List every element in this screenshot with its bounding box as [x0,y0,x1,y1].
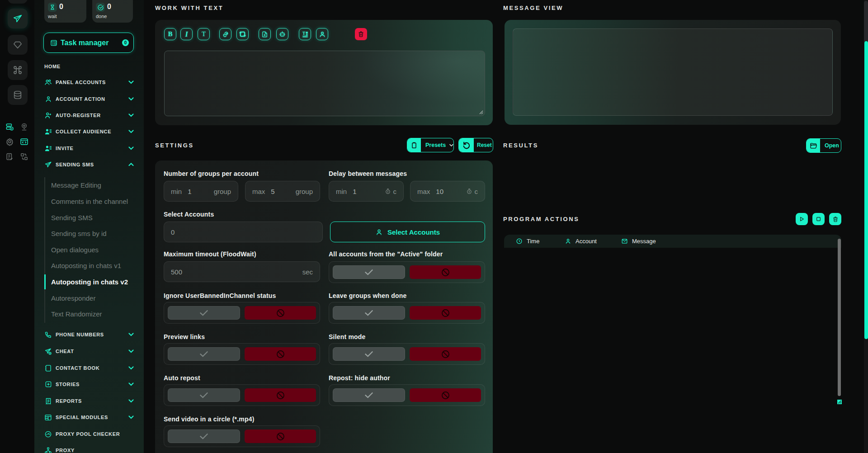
svg-text:T: T [302,31,306,36]
